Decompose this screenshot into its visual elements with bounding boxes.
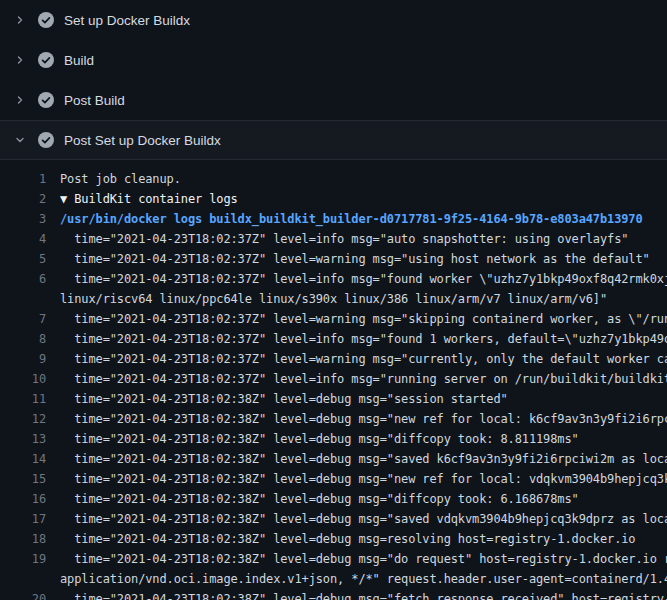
chevron-icon[interactable] (13, 93, 27, 107)
log-line-number[interactable]: 3 (0, 209, 52, 229)
log-line-number[interactable]: 12 (0, 409, 52, 429)
log-line: application/vnd.oci.image.index.v1+json,… (0, 569, 667, 589)
log-line-text: time="2021-04-23T18:02:38Z" level=debug … (52, 469, 667, 489)
log-line-text: /usr/bin/docker logs buildx_buildkit_bui… (52, 209, 667, 229)
log-line-text: time="2021-04-23T18:02:38Z" level=debug … (52, 389, 667, 409)
log-line-text: time="2021-04-23T18:02:38Z" level=debug … (52, 449, 667, 469)
check-circle-icon (38, 12, 54, 28)
log-line-text: linux/riscv64 linux/ppc64le linux/s390x … (52, 289, 667, 309)
log-line: 14 time="2021-04-23T18:02:38Z" level=deb… (0, 449, 667, 469)
log-line-number[interactable]: 17 (0, 509, 52, 529)
log-line-number[interactable]: 14 (0, 449, 52, 469)
step-title: Set up Docker Buildx (64, 13, 190, 28)
log-line-text: time="2021-04-23T18:02:37Z" level=warnin… (52, 249, 667, 269)
log-line: linux/riscv64 linux/ppc64le linux/s390x … (0, 289, 667, 309)
log-line: 6 time="2021-04-23T18:02:37Z" level=info… (0, 269, 667, 289)
log-line-number[interactable]: 6 (0, 269, 52, 289)
step-section-header[interactable]: Build (0, 40, 667, 80)
log-line-text: time="2021-04-23T18:02:37Z" level=info m… (52, 269, 667, 289)
log-line: 4 time="2021-04-23T18:02:37Z" level=info… (0, 229, 667, 249)
log-line-number[interactable] (0, 569, 52, 589)
log-line-number[interactable]: 8 (0, 329, 52, 349)
log-line-number[interactable]: 10 (0, 369, 52, 389)
step-title: Post Build (64, 93, 125, 108)
log-area: 1 Post job cleanup. 2 ▼ BuildKit contain… (0, 160, 667, 600)
log-line: 15 time="2021-04-23T18:02:38Z" level=deb… (0, 469, 667, 489)
check-circle-icon (38, 92, 54, 108)
log-line: 3 /usr/bin/docker logs buildx_buildkit_b… (0, 209, 667, 229)
log-line: 12 time="2021-04-23T18:02:38Z" level=deb… (0, 409, 667, 429)
log-line-number[interactable]: 15 (0, 469, 52, 489)
log-line-number[interactable]: 2 (0, 189, 52, 209)
step-title: Post Set up Docker Buildx (64, 133, 221, 148)
log-line-text: time="2021-04-23T18:02:38Z" level=debug … (52, 529, 667, 549)
log-line-number[interactable]: 18 (0, 529, 52, 549)
log-line: 10 time="2021-04-23T18:02:37Z" level=inf… (0, 369, 667, 389)
log-line-text: time="2021-04-23T18:02:38Z" level=debug … (52, 509, 667, 529)
log-line: 5 time="2021-04-23T18:02:37Z" level=warn… (0, 249, 667, 269)
log-line-text: time="2021-04-23T18:02:37Z" level=info m… (52, 369, 667, 389)
log-line-text: time="2021-04-23T18:02:37Z" level=warnin… (52, 349, 667, 369)
log-line-text: time="2021-04-23T18:02:38Z" level=debug … (52, 409, 667, 429)
log-line: 7 time="2021-04-23T18:02:37Z" level=warn… (0, 309, 667, 329)
log-line: 20 time="2021-04-23T18:02:38Z" level=deb… (0, 589, 667, 600)
log-line: 13 time="2021-04-23T18:02:38Z" level=deb… (0, 429, 667, 449)
chevron-icon[interactable] (13, 53, 27, 67)
log-line-number[interactable]: 20 (0, 589, 52, 600)
step-title: Build (64, 53, 94, 68)
check-circle-icon (38, 132, 54, 148)
log-line: 19 time="2021-04-23T18:02:38Z" level=deb… (0, 549, 667, 569)
log-line: 17 time="2021-04-23T18:02:38Z" level=deb… (0, 509, 667, 529)
log-line-number[interactable] (0, 289, 52, 309)
step-section-header[interactable]: Post Build (0, 80, 667, 120)
log-line-text: time="2021-04-23T18:02:38Z" level=debug … (52, 549, 667, 569)
log-line-number[interactable]: 13 (0, 429, 52, 449)
chevron-icon[interactable] (13, 133, 27, 147)
log-line: 16 time="2021-04-23T18:02:38Z" level=deb… (0, 489, 667, 509)
group-collapse-icon[interactable]: ▼ (60, 192, 74, 206)
log-line-number[interactable]: 9 (0, 349, 52, 369)
actions-log-viewer: Set up Docker Buildx Build P (0, 0, 667, 600)
chevron-icon[interactable] (13, 13, 27, 27)
log-line-text: time="2021-04-23T18:02:38Z" level=debug … (52, 429, 667, 449)
log-line: 2 ▼ BuildKit container logs (0, 189, 667, 209)
log-line-text: application/vnd.oci.image.index.v1+json,… (52, 569, 667, 589)
log-line-text: time="2021-04-23T18:02:37Z" level=info m… (52, 329, 667, 349)
log-line: 11 time="2021-04-23T18:02:38Z" level=deb… (0, 389, 667, 409)
log-line-number[interactable]: 5 (0, 249, 52, 269)
log-line: 1 Post job cleanup. (0, 169, 667, 189)
check-circle-icon (38, 52, 54, 68)
log-line: 8 time="2021-04-23T18:02:37Z" level=info… (0, 329, 667, 349)
log-line-text: time="2021-04-23T18:02:38Z" level=debug … (52, 589, 667, 600)
log-line-text: time="2021-04-23T18:02:37Z" level=info m… (52, 229, 667, 249)
log-line-text: time="2021-04-23T18:02:37Z" level=warnin… (52, 309, 667, 329)
steps-list: Set up Docker Buildx Build P (0, 0, 667, 160)
log-line-number[interactable]: 7 (0, 309, 52, 329)
log-line: 18 time="2021-04-23T18:02:38Z" level=deb… (0, 529, 667, 549)
log-line-number[interactable]: 11 (0, 389, 52, 409)
log-line-text: ▼ BuildKit container logs (52, 189, 667, 209)
log-line-number[interactable]: 4 (0, 229, 52, 249)
step-section-header[interactable]: Post Set up Docker Buildx (0, 120, 667, 160)
log-line-number[interactable]: 19 (0, 549, 52, 569)
log-line-text: time="2021-04-23T18:02:38Z" level=debug … (52, 489, 667, 509)
log-line-text: Post job cleanup. (52, 169, 667, 189)
step-section-header[interactable]: Set up Docker Buildx (0, 0, 667, 40)
log-line: 9 time="2021-04-23T18:02:37Z" level=warn… (0, 349, 667, 369)
log-line-number[interactable]: 16 (0, 489, 52, 509)
log-line-number[interactable]: 1 (0, 169, 52, 189)
